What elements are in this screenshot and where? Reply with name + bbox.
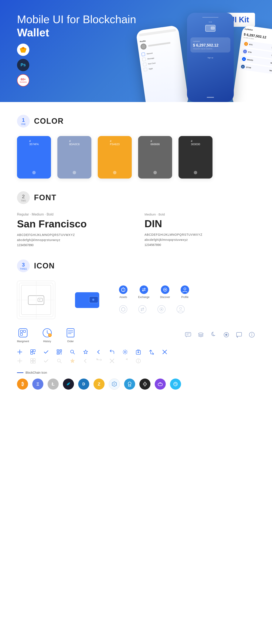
font-din: Medium · Bold DIN ABCDEFGHIJKLMNOPQRSTUV… [144, 212, 255, 247]
svg-point-21 [120, 306, 127, 313]
x-icon-grey [109, 358, 115, 364]
qr-icon [56, 349, 62, 356]
settings-icon [122, 349, 128, 356]
svg-point-26 [177, 306, 184, 313]
management-label: Mangment [17, 340, 29, 343]
sketch-badge [17, 44, 29, 56]
back-icon-grey [83, 358, 88, 364]
profile-icon-grey [176, 305, 185, 314]
svg-point-43 [225, 334, 228, 336]
back-icon [96, 349, 102, 356]
exchange-label: Exchange [138, 296, 150, 298]
history-label: History [43, 340, 51, 343]
waves-icon [63, 378, 74, 390]
profile-icon-item: Profile [180, 286, 189, 298]
search-icon-grey [56, 358, 62, 364]
swatch-blue: #3574FA [17, 136, 51, 178]
tool-icons-grey [17, 358, 255, 364]
font-section-header: 2 TWO FONT [17, 191, 255, 204]
info-icon-grey [136, 358, 141, 364]
phone-right: myWallet + $ 6,297,502.12 12-298 12-2003… [232, 25, 272, 102]
main-content: 1 ONE COLOR #3574FA #8DA0C8 #F5A623 #666… [0, 102, 272, 415]
screens-badge: 60+ Screens [17, 74, 29, 86]
blockchain-line [17, 372, 24, 373]
font-name-sf: San Francisco [17, 218, 128, 230]
assets-icon-item: Assets [119, 286, 128, 298]
forward-icon-grey [96, 358, 102, 364]
grid-add-icon-grey [30, 358, 36, 364]
discover-icon-item: Discover [160, 286, 170, 298]
star-icon-active [70, 358, 75, 364]
font-name-din: DIN [144, 218, 255, 230]
color-number-badge: 1 ONE [17, 115, 30, 128]
nav-icons-active: Assets Exchange [119, 286, 255, 298]
svg-rect-56 [58, 350, 58, 351]
svg-rect-76 [33, 361, 35, 363]
order-label: Order [67, 340, 74, 343]
font-section: 2 TWO FONT Regular · Medium · Bold San F… [17, 191, 255, 247]
swatch-grey: #666666 [138, 136, 172, 178]
svg-point-13 [92, 298, 94, 301]
assets-icon-grey [119, 305, 128, 314]
svg-point-25 [161, 308, 162, 310]
svg-rect-30 [24, 330, 26, 332]
icon-blueprint [17, 281, 55, 319]
close-icon [162, 349, 168, 356]
svg-point-15 [140, 286, 148, 294]
iota-icon [140, 378, 150, 390]
icon-section: 3 THREE ICON [17, 260, 255, 390]
star-icon [83, 349, 88, 356]
svg-point-41 [198, 333, 203, 334]
message-icon [236, 332, 242, 339]
dash-icon: D [78, 378, 89, 390]
exchange-icon-item: Exchange [138, 286, 150, 298]
ethereum-icon: Ξ [32, 378, 43, 390]
svg-rect-6 [211, 27, 214, 29]
svg-point-47 [252, 333, 252, 334]
svg-point-22 [138, 306, 146, 313]
color-section: 1 ONE COLOR #3574FA #8DA0C8 #F5A623 #666… [17, 115, 255, 178]
assets-label: Assets [120, 296, 127, 298]
mgmt-row: Mangment History [17, 328, 255, 343]
layers-icon [198, 332, 204, 339]
phone-center: 9:41 myWallet $ 6,297,502.12 Characters … [187, 13, 234, 102]
polygon-icon [170, 378, 181, 390]
hero-title: Mobile UI for Blockchain Wallet [17, 13, 144, 39]
svg-point-83 [138, 360, 139, 360]
wallet-icon-blue [68, 281, 106, 319]
font-sf: Regular · Medium · Bold San Francisco AB… [17, 212, 128, 247]
font-details: Regular · Medium · Bold San Francisco AB… [17, 212, 255, 247]
exchange-icon-grey [138, 305, 146, 314]
svg-line-78 [60, 362, 62, 363]
plus-icon [17, 349, 22, 356]
svg-rect-52 [30, 352, 33, 354]
phone-mockups: Profile Mainnet Message [140, 13, 272, 102]
matic-icon [155, 378, 166, 390]
chat-icon [185, 332, 191, 339]
svg-rect-60 [58, 353, 58, 354]
svg-marker-4 [21, 49, 25, 52]
order-icon-item: Order [65, 328, 76, 343]
svg-rect-58 [60, 350, 61, 351]
nav-icons-area: Assets Exchange [119, 286, 255, 314]
nav-icons-inactive [119, 305, 255, 314]
hero-section: Mobile UI for Blockchain Wallet [0, 0, 272, 102]
svg-rect-34 [67, 328, 74, 337]
search-icon [70, 349, 75, 356]
management-icon-item: Mangment [17, 328, 29, 343]
swatch-slate: #8DA0C8 [58, 136, 92, 178]
history-icon-item: History [42, 328, 52, 343]
check-icon [43, 349, 49, 356]
misc-icons-row [185, 332, 255, 339]
svg-rect-38 [185, 332, 191, 336]
svg-rect-28 [19, 328, 27, 337]
moon-icon [210, 332, 217, 339]
plus-icon-grey [17, 358, 22, 364]
check-icon-grey [43, 358, 49, 364]
svg-rect-50 [30, 350, 33, 352]
ps-badge: Ps [17, 59, 29, 71]
font-number-badge: 2 TWO [17, 191, 30, 204]
icon-section-header: 3 THREE ICON [17, 260, 255, 272]
svg-rect-29 [20, 330, 22, 332]
svg-point-27 [180, 307, 182, 310]
